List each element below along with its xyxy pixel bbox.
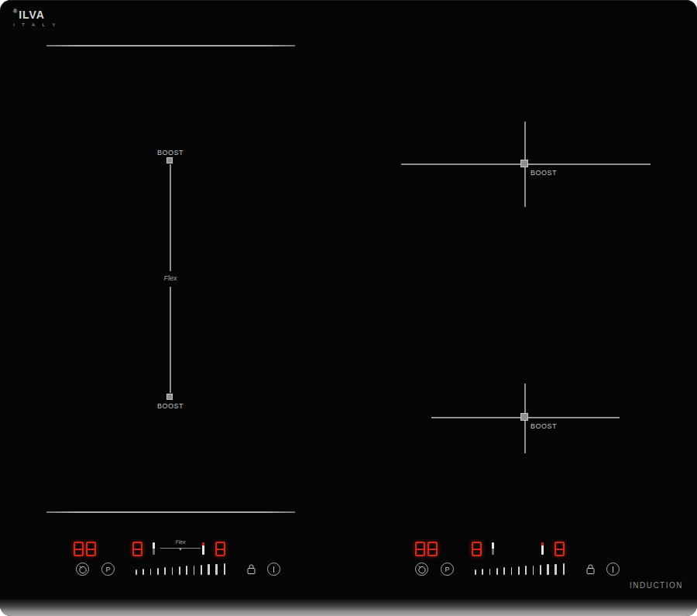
flex-zone-top-boundary <box>46 45 295 46</box>
control-panel-left: Flex P <box>68 539 293 581</box>
brand-wordmark: ILVA <box>19 9 45 21</box>
slider-tick <box>201 565 202 575</box>
zone-select-marker-right <box>541 542 544 555</box>
timer-icon <box>417 565 427 574</box>
lock-icon <box>246 563 256 575</box>
flex-boost-bottom-marker <box>167 394 173 400</box>
power-boost-key[interactable]: P <box>441 563 454 576</box>
zone-select-marker-right <box>202 542 204 555</box>
slider-tick <box>525 566 527 575</box>
slider-tick <box>208 564 209 575</box>
slider-tick <box>518 566 520 575</box>
seven-segment-digit <box>472 542 482 556</box>
slider-tick <box>540 565 541 575</box>
zone-level-display-right <box>555 542 567 556</box>
power-slider[interactable] <box>475 562 565 575</box>
power-key[interactable] <box>267 563 280 576</box>
slider-tick <box>496 568 498 575</box>
seven-segment-digit <box>132 542 142 556</box>
front-edge-bevel <box>0 599 697 616</box>
flex-boost-top-marker <box>167 157 173 163</box>
flex-bridge-label: Flex <box>160 539 201 545</box>
timer-display <box>74 542 98 556</box>
timer-icon <box>78 565 88 574</box>
timer-key[interactable] <box>76 563 89 576</box>
seven-segment-digit <box>215 542 225 556</box>
flex-boost-top-label: BOOST <box>147 149 194 157</box>
slider-tick <box>475 570 476 575</box>
seven-segment-digit <box>74 542 84 556</box>
lock-key[interactable] <box>245 563 258 576</box>
flex-boost-bottom-label: BOOST <box>147 402 194 410</box>
slider-tick <box>194 566 195 575</box>
slider-tick <box>172 567 173 575</box>
flex-zone-label: Flex <box>147 274 194 282</box>
cooktop-surface: ®ILVA I T A L Y BOOST Flex BOOST BOOST <box>0 0 697 616</box>
zone-upper-center-marker <box>520 160 528 167</box>
slider-tick <box>179 566 180 575</box>
control-panel-right: P <box>407 539 632 581</box>
slider-tick <box>150 569 152 575</box>
registered-mark-icon: ® <box>13 9 18 14</box>
timer-key[interactable] <box>415 563 428 576</box>
flex-zone-line-lower <box>170 287 171 393</box>
power-boost-key[interactable]: P <box>101 563 115 576</box>
slider-tick <box>547 564 548 575</box>
slider-tick <box>164 567 166 575</box>
slider-tick <box>555 564 556 575</box>
brand-logo: ®ILVA I T A L Y <box>13 9 58 27</box>
slider-tick <box>215 564 217 575</box>
slider-tick <box>489 569 491 575</box>
power-slider[interactable] <box>136 562 225 575</box>
slider-tick <box>186 566 187 575</box>
lock-icon <box>585 563 596 575</box>
induction-label: INDUCTION <box>630 581 683 590</box>
flex-zone-line-upper <box>170 164 171 271</box>
slider-tick <box>482 569 483 575</box>
zone-lower-boost-label: BOOST <box>530 422 557 430</box>
slider-tick <box>563 563 565 575</box>
timer-display <box>415 542 440 556</box>
lock-key[interactable] <box>584 563 597 576</box>
zone-select-marker-left <box>492 542 494 555</box>
power-icon <box>613 566 614 573</box>
power-boost-label: P <box>105 566 110 573</box>
product-image: ®ILVA I T A L Y BOOST Flex BOOST BOOST <box>0 0 697 616</box>
power-icon <box>273 566 275 573</box>
slider-tick <box>533 566 534 575</box>
flex-bridge-indicator: Flex <box>160 539 201 554</box>
slider-tick <box>511 567 513 575</box>
power-key[interactable] <box>606 563 620 576</box>
slider-tick <box>136 570 137 575</box>
power-boost-label: P <box>445 566 449 573</box>
slider-tick <box>503 567 505 575</box>
zone-select-marker-left <box>153 542 155 555</box>
slider-tick <box>157 568 159 575</box>
brand-country: I T A L Y <box>13 22 58 27</box>
zone-level-display-left <box>472 542 484 556</box>
seven-segment-digit <box>427 542 438 556</box>
seven-segment-digit <box>415 542 425 556</box>
zone-level-display-right <box>215 542 228 556</box>
zone-level-display-left <box>132 542 145 556</box>
seven-segment-digit <box>555 542 565 556</box>
flex-bridge-arrow-icon <box>179 548 182 551</box>
seven-segment-digit <box>86 542 96 556</box>
zone-upper-boost-label: BOOST <box>530 169 557 177</box>
slider-tick <box>142 569 144 575</box>
zone-lower-center-marker <box>520 413 528 421</box>
slider-tick <box>224 563 225 575</box>
flex-zone-bottom-boundary <box>46 511 295 513</box>
